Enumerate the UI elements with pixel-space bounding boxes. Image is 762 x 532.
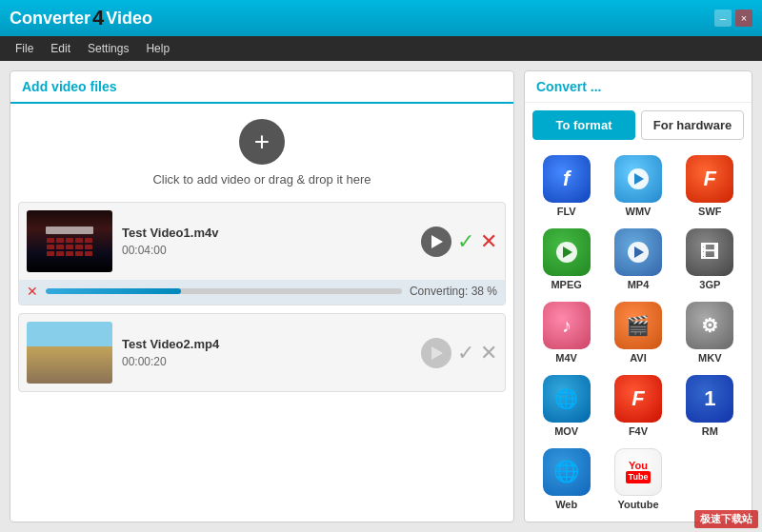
progress-text: Converting: 38 % bbox=[410, 285, 497, 298]
cinema-seat bbox=[75, 245, 83, 249]
menu-help[interactable]: Help bbox=[138, 39, 177, 58]
cinema-screen bbox=[46, 227, 93, 234]
swf-label: SWF bbox=[698, 206, 721, 217]
avi-label: AVI bbox=[630, 352, 647, 364]
drop-text: Click to add video or drag & drop it her… bbox=[152, 172, 371, 187]
logo-converter: Converter bbox=[10, 9, 90, 29]
wmv-icon bbox=[614, 155, 662, 203]
format-avi[interactable]: 🎬 AVI bbox=[604, 298, 672, 367]
3gp-icon-symbol: 🎞 bbox=[700, 242, 719, 264]
play-button[interactable] bbox=[421, 227, 451, 257]
wmv-play-circle bbox=[628, 168, 649, 189]
mpeg-play-triangle bbox=[563, 246, 572, 258]
video-item: Test Video2.mp4 00:00:20 ✓ ✕ bbox=[18, 313, 506, 392]
close-button[interactable]: × bbox=[735, 10, 752, 27]
mp4-play-circle bbox=[628, 242, 649, 263]
mp4-icon bbox=[614, 228, 662, 276]
video-info: Test Video1.m4v 00:04:00 bbox=[122, 226, 411, 257]
left-panel: Add video files + Click to add video or … bbox=[10, 70, 514, 522]
add-video-button[interactable]: + bbox=[239, 119, 285, 165]
wmv-label: WMV bbox=[626, 206, 652, 217]
video-name: Test Video2.mp4 bbox=[122, 337, 411, 351]
title-bar-controls: – × bbox=[714, 10, 752, 27]
video-item-content: Test Video2.mp4 00:00:20 ✓ ✕ bbox=[19, 314, 505, 391]
video-item: Test Video1.m4v 00:04:00 ✓ ✕ ✕ bbox=[18, 202, 506, 305]
tab-to-format[interactable]: To format bbox=[532, 110, 635, 140]
mov-icon-symbol: 🌐 bbox=[554, 387, 578, 410]
right-panel-header: Convert ... bbox=[525, 71, 752, 103]
mpeg-label: MPEG bbox=[551, 279, 581, 290]
menu-edit[interactable]: Edit bbox=[43, 39, 78, 58]
flv-icon: f bbox=[543, 155, 591, 203]
progress-bar-fill bbox=[46, 288, 181, 294]
confirm-button[interactable]: ✓ bbox=[457, 341, 474, 365]
format-web[interactable]: 🌐 Web bbox=[532, 444, 600, 514]
video-duration: 00:00:20 bbox=[122, 355, 411, 368]
minimize-button[interactable]: – bbox=[714, 10, 732, 27]
play-icon bbox=[431, 235, 443, 248]
cinema-seat bbox=[56, 245, 64, 249]
cinema-seat bbox=[75, 251, 83, 256]
remove-button[interactable]: ✕ bbox=[480, 341, 497, 365]
cinema-row bbox=[35, 245, 104, 249]
format-f4v[interactable]: F F4V bbox=[604, 371, 672, 441]
format-mkv[interactable]: ⚙ MKV bbox=[676, 298, 744, 367]
web-icon: 🌐 bbox=[543, 448, 591, 496]
youtube-icon: You Tube bbox=[614, 448, 662, 496]
menu-file[interactable]: File bbox=[8, 39, 41, 58]
flv-icon-letter: f bbox=[563, 167, 570, 191]
mkv-label: MKV bbox=[698, 352, 721, 364]
f4v-icon: F bbox=[614, 375, 662, 423]
format-rm[interactable]: 1 RM bbox=[676, 371, 744, 441]
format-3gp[interactable]: 🎞 3GP bbox=[676, 225, 744, 294]
swf-icon: F bbox=[686, 155, 733, 203]
mpeg-icon bbox=[543, 228, 591, 276]
drop-area[interactable]: + Click to add video or drag & drop it h… bbox=[10, 104, 513, 202]
mov-label: MOV bbox=[554, 425, 578, 437]
format-mpeg[interactable]: MPEG bbox=[532, 225, 600, 294]
m4v-icon: ♪ bbox=[543, 302, 591, 349]
3gp-icon: 🎞 bbox=[686, 228, 733, 276]
youtube-icon-text: You bbox=[629, 461, 648, 471]
tab-for-hardware[interactable]: For hardware bbox=[641, 110, 744, 140]
video-actions: ✓ ✕ bbox=[421, 227, 497, 257]
cinema-seat bbox=[56, 251, 64, 256]
confirm-button[interactable]: ✓ bbox=[457, 229, 474, 254]
video-info: Test Video2.mp4 00:00:20 bbox=[122, 337, 411, 368]
web-icon-symbol: 🌐 bbox=[553, 460, 579, 484]
format-mp4[interactable]: MP4 bbox=[604, 225, 672, 294]
format-mov[interactable]: 🌐 MOV bbox=[532, 371, 600, 441]
format-swf[interactable]: F SWF bbox=[676, 151, 744, 221]
f4v-label: F4V bbox=[629, 425, 648, 437]
format-m4v[interactable]: ♪ M4V bbox=[532, 298, 600, 367]
remove-button[interactable]: ✕ bbox=[480, 229, 497, 254]
format-flv[interactable]: f FLV bbox=[532, 151, 600, 221]
mkv-icon-symbol: ⚙ bbox=[701, 314, 718, 337]
youtube-icon-inner: You Tube bbox=[626, 461, 652, 483]
mpeg-play-circle bbox=[556, 242, 577, 263]
desert-thumbnail bbox=[27, 322, 112, 384]
wmv-play-triangle bbox=[634, 173, 644, 185]
play-button[interactable] bbox=[421, 338, 451, 368]
cancel-progress-button[interactable]: ✕ bbox=[27, 284, 38, 299]
convert-tabs: To format For hardware bbox=[525, 103, 752, 148]
flv-label: FLV bbox=[557, 206, 576, 217]
m4v-icon-symbol: ♪ bbox=[562, 315, 572, 337]
m4v-label: M4V bbox=[555, 352, 577, 364]
format-youtube[interactable]: You Tube Youtube bbox=[604, 444, 672, 514]
mkv-icon: ⚙ bbox=[686, 302, 733, 349]
play-icon bbox=[431, 346, 443, 360]
cinema-seats bbox=[35, 227, 104, 256]
menu-bar: File Edit Settings Help bbox=[0, 36, 762, 61]
video-item-content: Test Video1.m4v 00:04:00 ✓ ✕ bbox=[19, 203, 505, 280]
mp4-play-triangle bbox=[634, 246, 644, 258]
left-panel-header: Add video files bbox=[10, 71, 513, 104]
menu-settings[interactable]: Settings bbox=[80, 39, 136, 58]
progress-area: ✕ Converting: 38 % bbox=[19, 280, 505, 305]
format-grid: f FLV WMV F SWF bbox=[525, 148, 752, 522]
format-wmv[interactable]: WMV bbox=[604, 151, 672, 221]
video-thumbnail bbox=[27, 210, 112, 272]
video-name: Test Video1.m4v bbox=[122, 226, 411, 240]
cinema-seat bbox=[85, 251, 92, 256]
cinema-seat bbox=[66, 251, 73, 256]
